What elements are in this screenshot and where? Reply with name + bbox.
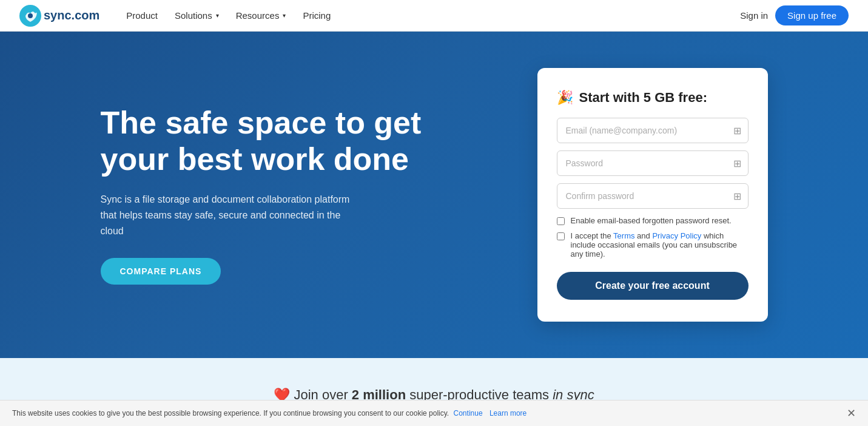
email-group: ⊞ <box>557 118 749 143</box>
password-group: ⊞ <box>557 150 749 176</box>
svg-point-1 <box>28 13 33 18</box>
signin-link[interactable]: Sign in <box>740 10 768 21</box>
party-icon: 🎉 <box>557 90 573 106</box>
cookie-text: This website uses cookies to give you th… <box>12 409 529 418</box>
nav-product[interactable]: Product <box>119 7 165 24</box>
checkbox-password-reset: Enable email-based forgotten password re… <box>557 216 749 225</box>
privacy-link[interactable]: Privacy Policy <box>652 231 701 240</box>
nav-right: Sign in Sign up free <box>740 5 849 25</box>
hero-left: The safe space to get your best work don… <box>101 105 489 285</box>
card-title: 🎉 Start with 5 GB free: <box>557 90 749 106</box>
chevron-down-icon: ▾ <box>283 12 286 19</box>
logo-text: sync.com <box>44 8 99 22</box>
checkbox-terms: I accept the Terms and Privacy Policy wh… <box>557 231 749 259</box>
nav-links: Product Solutions ▾ Resources ▾ Pricing <box>119 7 740 24</box>
confirm-password-group: ⊞ <box>557 183 749 209</box>
cookie-continue-link[interactable]: Continue <box>454 409 483 418</box>
nav-resources[interactable]: Resources ▾ <box>229 7 294 24</box>
cookie-learn-link[interactable]: Learn more <box>490 409 527 418</box>
nav-pricing[interactable]: Pricing <box>295 7 338 24</box>
create-account-button[interactable]: Create your free account <box>557 272 749 300</box>
terms-checkbox[interactable] <box>557 232 565 240</box>
nav-solutions[interactable]: Solutions ▾ <box>167 7 226 24</box>
confirm-password-field[interactable] <box>557 183 749 209</box>
password-reset-checkbox[interactable] <box>557 217 565 225</box>
cookie-bar: This website uses cookies to give you th… <box>0 400 868 426</box>
chevron-down-icon: ▾ <box>216 12 219 19</box>
hero-heading: The safe space to get your best work don… <box>101 105 489 178</box>
hero-subtext: Sync is a file storage and document coll… <box>101 192 355 238</box>
cookie-close-button[interactable]: ✕ <box>847 407 856 420</box>
logo[interactable]: sync.com <box>19 5 99 27</box>
password-field[interactable] <box>557 150 749 176</box>
signup-card: 🎉 Start with 5 GB free: ⊞ ⊞ ⊞ Enable ema… <box>537 68 768 322</box>
navbar: sync.com Product Solutions ▾ Resources ▾… <box>0 0 868 32</box>
hero-section: The safe space to get your best work don… <box>0 32 868 358</box>
compare-plans-button[interactable]: COMPARE PLANS <box>101 258 221 285</box>
email-field[interactable] <box>557 118 749 143</box>
terms-link[interactable]: Terms <box>613 231 634 240</box>
signup-button[interactable]: Sign up free <box>775 5 849 25</box>
